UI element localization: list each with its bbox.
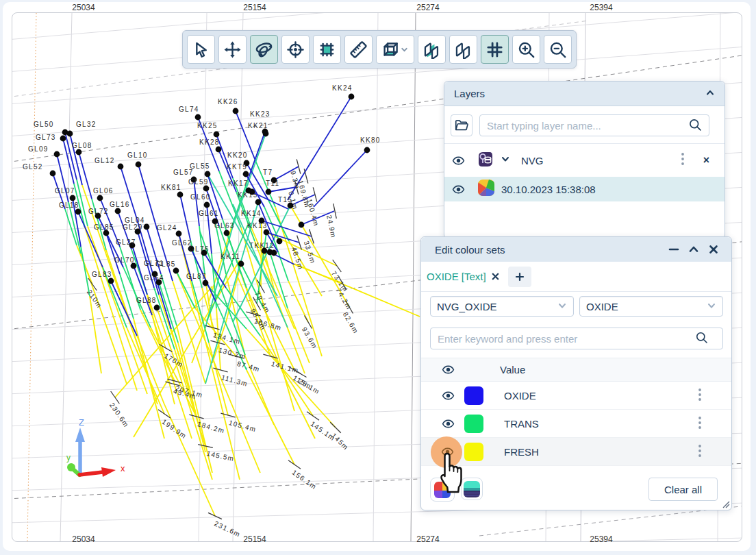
svg-text:GL85: GL85 [94, 223, 114, 231]
svg-text:111.3m: 111.3m [220, 373, 249, 388]
svg-text:25394: 25394 [590, 534, 613, 544]
svg-text:x: x [121, 463, 125, 473]
svg-text:25.1m: 25.1m [297, 378, 321, 396]
svg-text:25034: 25034 [72, 534, 95, 544]
svg-text:GL74: GL74 [179, 106, 199, 113]
svg-text:33.5m: 33.5m [303, 240, 317, 264]
svg-text:GL52: GL52 [23, 163, 43, 171]
svg-text:GL12: GL12 [94, 157, 115, 164]
svg-text:82.6m: 82.6m [342, 311, 360, 335]
svg-text:T11: T11 [266, 180, 279, 187]
svg-text:KKT9: KKT9 [227, 163, 247, 171]
svg-text:KK21: KK21 [248, 122, 268, 130]
svg-text:GL16: GL16 [110, 201, 130, 208]
svg-text:GL08: GL08 [72, 142, 92, 149]
svg-text:GL10: GL10 [127, 151, 148, 159]
svg-text:GL29: GL29 [123, 223, 143, 231]
svg-text:T15: T15 [278, 196, 292, 204]
svg-text:25154: 25154 [243, 534, 266, 544]
svg-text:GL57: GL57 [173, 169, 194, 176]
svg-text:GL76: GL76 [189, 245, 210, 253]
svg-text:GL50: GL50 [34, 121, 54, 128]
svg-text:KK26: KK26 [218, 98, 238, 106]
svg-text:25034: 25034 [72, 3, 95, 12]
svg-text:KK25: KK25 [197, 122, 218, 130]
svg-text:210m: 210m [86, 288, 103, 310]
svg-text:GL32: GL32 [76, 121, 97, 128]
svg-text:25154: 25154 [243, 3, 266, 12]
svg-text:230.6m: 230.6m [108, 402, 131, 429]
svg-text:GL59: GL59 [188, 178, 209, 186]
svg-text:74.2m: 74.2m [335, 287, 353, 311]
svg-text:GL60: GL60 [190, 193, 211, 201]
svg-text:87.4m: 87.4m [236, 360, 261, 373]
svg-text:GL09: GL09 [28, 145, 49, 153]
svg-text:GL87: GL87 [186, 273, 207, 280]
svg-text:GL61: GL61 [199, 210, 219, 217]
svg-text:GL64: GL64 [144, 274, 164, 282]
svg-text:KK23: KK23 [250, 110, 270, 118]
svg-text:GL63: GL63 [214, 222, 235, 230]
svg-text:GL72: GL72 [88, 208, 109, 215]
svg-text:KK17: KK17 [228, 180, 249, 187]
svg-text:145m: 145m [330, 432, 350, 452]
svg-text:KK81: KK81 [161, 184, 181, 191]
svg-text:199.9m: 199.9m [161, 418, 188, 441]
svg-text:25394: 25394 [590, 3, 613, 12]
svg-text:GL18: GL18 [59, 201, 79, 209]
svg-text:KK11: KK11 [220, 253, 240, 260]
svg-text:GL88: GL88 [136, 297, 157, 304]
svg-text:KK24: KK24 [332, 84, 353, 92]
svg-text:GL27: GL27 [116, 238, 136, 246]
svg-text:Z: Z [79, 417, 84, 428]
svg-text:KK80: KK80 [360, 136, 381, 144]
svg-text:GL70: GL70 [114, 256, 135, 264]
svg-text:231.6m: 231.6m [213, 519, 242, 538]
svg-text:TKK12: TKK12 [249, 242, 275, 249]
svg-text:24.9m: 24.9m [325, 214, 338, 239]
svg-text:KK20: KK20 [227, 151, 248, 159]
svg-text:GL73: GL73 [36, 134, 56, 141]
svg-text:GL83: GL83 [92, 271, 112, 278]
svg-text:25274: 25274 [416, 3, 440, 12]
svg-text:y: y [66, 453, 71, 463]
svg-text:25274: 25274 [416, 534, 440, 544]
svg-text:KK14: KK14 [241, 210, 262, 217]
svg-text:156.1m: 156.1m [291, 469, 318, 491]
svg-text:145.5m: 145.5m [206, 449, 236, 463]
svg-text:KK28: KK28 [199, 138, 220, 146]
svg-text:GL06: GL06 [93, 187, 114, 195]
svg-text:GL71: GL71 [144, 260, 164, 267]
svg-text:GL07: GL07 [55, 187, 75, 195]
svg-text:KK13: KK13 [247, 222, 268, 230]
svg-text:GL24: GL24 [157, 224, 177, 232]
svg-text:T7: T7 [263, 169, 273, 176]
